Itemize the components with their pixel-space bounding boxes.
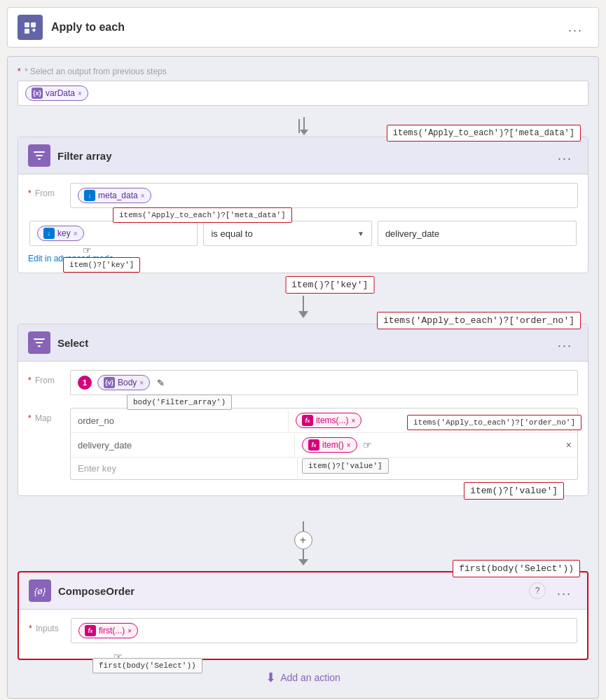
compose-inputs-field[interactable]: fx first(...) × ☞ first(body('Select')) bbox=[71, 618, 577, 643]
order-no-fx-icon: fx bbox=[302, 415, 313, 426]
add-step-button[interactable]: + bbox=[294, 531, 312, 549]
filter-array-header[interactable]: Filter array ... bbox=[18, 137, 588, 174]
filter-operator-text: is equal to bbox=[211, 228, 252, 239]
select-output-label: * * Select an output from previous steps bbox=[18, 67, 588, 76]
add-arrow-down bbox=[298, 559, 308, 565]
filter-operator-chevron: ▼ bbox=[357, 230, 364, 238]
filter-from-row: * From ↓ meta_data × items('Apply_to_eac… bbox=[28, 183, 578, 208]
compose-icon: {ø} bbox=[29, 579, 51, 602]
key-token-close[interactable]: × bbox=[74, 230, 78, 238]
svg-rect-0 bbox=[25, 22, 29, 27]
map-row-2-actions: × bbox=[560, 437, 577, 453]
select-block: items('Apply_to_each')?['order_no'] Sele… bbox=[18, 324, 588, 496]
vardata-token-icon: {x} bbox=[32, 88, 43, 99]
vardata-token[interactable]: {x} varData × bbox=[25, 85, 88, 101]
delivery-date-token-close[interactable]: × bbox=[347, 441, 351, 449]
filter-value-cell[interactable]: delivery_date bbox=[378, 221, 577, 246]
add-line-top bbox=[303, 521, 304, 531]
filter-array-body: * From ↓ meta_data × items('Apply_to_eac… bbox=[18, 174, 588, 273]
meta-data-token-label: meta_data bbox=[98, 191, 138, 200]
compose-ellipsis[interactable]: ... bbox=[551, 581, 577, 601]
meta-data-token[interactable]: ↓ meta_data × bbox=[78, 188, 151, 203]
map-val-big-tooltip: item()?['value'] bbox=[464, 482, 564, 500]
map-val-delivery-date[interactable]: fx item() × ☞ item()?['value'] bbox=[295, 433, 560, 457]
apply-each-title: Apply to each bbox=[51, 21, 563, 34]
compose-main-tooltip: first(body('Select')) bbox=[453, 560, 580, 577]
select-header[interactable]: Select ... bbox=[18, 324, 588, 362]
filter-array-icon bbox=[28, 144, 50, 167]
key-token-icon: ↓ bbox=[43, 228, 55, 239]
key-tooltip: item()?['key'] bbox=[63, 257, 140, 273]
key-token[interactable]: ↓ key × bbox=[37, 226, 84, 241]
select-output-input[interactable]: {x} varData × bbox=[18, 81, 588, 106]
filter-array-main-tooltip: items('Apply_to_each')?['meta_data'] bbox=[387, 125, 581, 142]
order-no-token-close[interactable]: × bbox=[352, 417, 356, 425]
circle-add-connector: + bbox=[18, 521, 588, 565]
compose-token-label: first(...) bbox=[99, 626, 125, 636]
body-token-icon: {v} bbox=[104, 377, 115, 388]
vardata-token-close[interactable]: × bbox=[78, 90, 82, 97]
body-token[interactable]: {v} Body × bbox=[97, 375, 150, 390]
select-from-label: * From bbox=[28, 370, 70, 385]
header-ellipsis-button[interactable]: ... bbox=[563, 18, 588, 38]
select-map-row: * Map order_no fx bbox=[28, 408, 578, 480]
vardata-token-label: varData bbox=[46, 88, 75, 98]
apply-each-icon bbox=[18, 15, 43, 40]
delivery-date-fx-icon: fx bbox=[308, 439, 319, 451]
filter-condition-row: ↓ key × ☞ item()?['key'] is equal to ▼ bbox=[28, 221, 578, 246]
compose-order-block: first(body('Select')) {ø} ComposeOrder ?… bbox=[18, 571, 588, 660]
body-token-label: Body bbox=[118, 378, 137, 387]
order-no-token-label: items(...) bbox=[316, 416, 349, 425]
inner-flow-container: * * Select an output from previous steps… bbox=[7, 56, 599, 699]
compose-fx-token[interactable]: fx first(...) × bbox=[78, 623, 138, 638]
select-from-input[interactable]: 1 {v} Body × ✎ body('Filter_array') bbox=[70, 370, 578, 395]
compose-body: * Inputs fx first(...) × ☞ first(body('S… bbox=[19, 610, 587, 659]
add-line-bottom bbox=[303, 549, 304, 559]
filter-from-label: * From bbox=[28, 183, 70, 198]
select-map-container: order_no fx items(...) × bbox=[70, 408, 578, 480]
add-action-text[interactable]: Add an action bbox=[280, 672, 340, 683]
map-row-2-delete[interactable]: × bbox=[566, 439, 572, 451]
num-badge-1: 1 bbox=[78, 376, 92, 390]
key-main-tooltip: item()?['key'] bbox=[285, 276, 374, 294]
map-table: order_no fx items(...) × bbox=[70, 408, 578, 480]
from-tooltip: items('Apply_to_each')?['meta_data'] bbox=[113, 207, 292, 223]
select-map-label: * Map bbox=[28, 408, 70, 423]
body-token-close[interactable]: × bbox=[139, 379, 144, 387]
compose-fx-icon: fx bbox=[85, 625, 96, 636]
filter-array-block: items('Apply_to_each')?['meta_data'] Fil… bbox=[18, 137, 588, 273]
filter-array-ellipsis[interactable]: ... bbox=[552, 146, 578, 166]
cursor-key: ☞ bbox=[83, 245, 92, 256]
filter-array-title: Filter array bbox=[57, 150, 552, 162]
map-key-order-no[interactable]: order_no bbox=[71, 410, 289, 432]
order-no-tooltip: items('Apply_to_each')?['order_no'] bbox=[407, 415, 581, 430]
compose-header[interactable]: {ø} ComposeOrder ? ... bbox=[19, 572, 587, 610]
map-row-3-actions bbox=[566, 466, 577, 472]
select-title: Select bbox=[57, 337, 552, 349]
delivery-date-fx-token[interactable]: fx item() × bbox=[302, 437, 357, 453]
delivery-date-token-label: item() bbox=[322, 440, 344, 450]
delivery-tooltip-small: item()?['value'] bbox=[302, 458, 389, 474]
svg-rect-1 bbox=[31, 22, 36, 27]
compose-inputs-row: * Inputs fx first(...) × ☞ first(body('S… bbox=[29, 618, 577, 643]
filter-from-input[interactable]: ↓ meta_data × items('Apply_to_each')?['m… bbox=[70, 183, 578, 208]
key-token-label: key bbox=[57, 228, 71, 238]
compose-inputs-label: * Inputs bbox=[29, 618, 71, 633]
filter-key-cell[interactable]: ↓ key × ☞ item()?['key'] bbox=[29, 221, 198, 246]
filter-operator-cell[interactable]: is equal to ▼ bbox=[203, 221, 371, 246]
map-key-delivery-date[interactable]: delivery_date bbox=[71, 434, 295, 456]
apply-each-header: Apply to each ... bbox=[7, 7, 599, 48]
compose-title: ComposeOrder bbox=[58, 585, 529, 597]
from-cursor: ✎ bbox=[157, 378, 165, 388]
select-icon bbox=[28, 331, 50, 354]
svg-rect-2 bbox=[25, 29, 29, 34]
compose-token-close[interactable]: × bbox=[128, 627, 132, 635]
filter-value-text: delivery_date bbox=[385, 228, 439, 239]
map-placeholder-key[interactable]: Enter key bbox=[71, 458, 298, 479]
select-ellipsis[interactable]: ... bbox=[552, 333, 578, 353]
compose-help-button[interactable]: ? bbox=[529, 582, 546, 599]
select-main-tooltip: items('Apply_to_each')?['order_no'] bbox=[377, 312, 581, 329]
meta-data-token-close[interactable]: × bbox=[141, 192, 145, 200]
compose-inputs-tooltip: first(body('Select')) bbox=[92, 658, 202, 673]
order-no-fx-token[interactable]: fx items(...) × bbox=[296, 413, 362, 428]
